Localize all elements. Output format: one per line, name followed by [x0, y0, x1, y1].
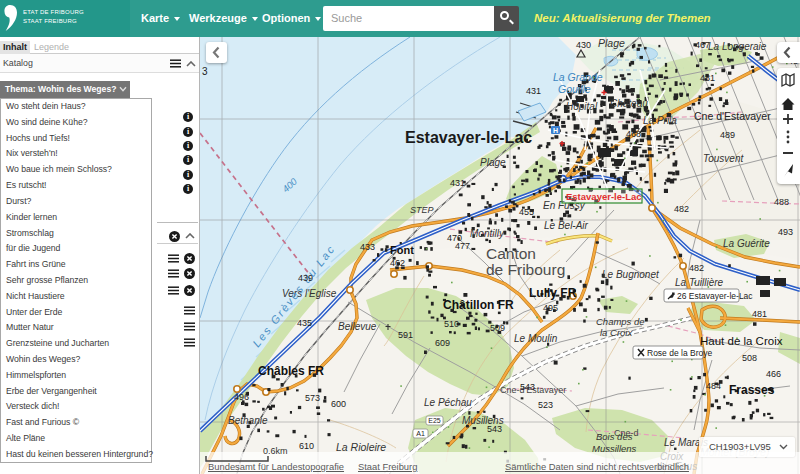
- svg-text:435: 435: [297, 318, 312, 328]
- svg-text:de Fribourg: de Fribourg: [486, 261, 565, 278]
- svg-text:3: 3: [202, 66, 208, 77]
- svg-text:Estavayer-le-Lac: Estavayer-le-Lac: [405, 129, 532, 146]
- svg-text:Cne d'Estavayer: Cne d'Estavayer: [694, 110, 771, 122]
- svg-text:543: 543: [520, 382, 535, 392]
- svg-text:433: 433: [360, 242, 375, 252]
- svg-text:La Prila: La Prila: [643, 115, 677, 126]
- svg-text:573: 573: [305, 393, 320, 403]
- svg-text:Plage: Plage: [480, 157, 506, 168]
- svg-text:la Croix: la Croix: [600, 327, 633, 338]
- svg-text:Château: Château: [610, 98, 648, 109]
- svg-text:439: 439: [298, 273, 313, 283]
- svg-text:609: 609: [435, 338, 450, 348]
- svg-text:La Guérite: La Guérite: [723, 238, 770, 249]
- svg-text:481: 481: [752, 309, 767, 319]
- svg-text:610: 610: [299, 441, 314, 451]
- svg-text:489: 489: [720, 130, 735, 140]
- svg-text:Hôpital: Hôpital: [566, 101, 598, 112]
- svg-text:466: 466: [766, 369, 781, 379]
- svg-text:Estavayer-le-Lac: Estavayer-le-Lac: [566, 191, 642, 202]
- svg-text:600: 600: [331, 399, 346, 409]
- svg-text:26 Estavayer-le-Lac: 26 Estavayer-le-Lac: [677, 291, 753, 301]
- svg-text:431: 431: [450, 178, 465, 188]
- svg-text:591: 591: [398, 330, 413, 340]
- svg-text:Frasses: Frasses: [729, 383, 775, 397]
- svg-text:431: 431: [526, 86, 541, 96]
- svg-text:Champs de: Champs de: [596, 316, 645, 327]
- svg-text:Châbles FR: Châbles FR: [258, 364, 324, 378]
- svg-text:Gouille: Gouille: [558, 83, 591, 95]
- svg-text:508: 508: [742, 353, 757, 363]
- svg-text:Bellevue: Bellevue: [338, 321, 377, 332]
- svg-text:Bethanie: Bethanie: [228, 415, 268, 426]
- svg-text:482: 482: [689, 263, 704, 273]
- svg-text:496: 496: [234, 392, 249, 402]
- svg-text:523: 523: [538, 400, 553, 410]
- svg-text:La Grande: La Grande: [553, 71, 603, 83]
- svg-text:Le Bugnonet: Le Bugnonet: [602, 269, 660, 280]
- svg-text:Haut de la Croix: Haut de la Croix: [700, 335, 783, 347]
- svg-text:Montilly: Montilly: [470, 228, 505, 239]
- svg-text:E25: E25: [428, 417, 441, 424]
- svg-text:470: 470: [447, 233, 462, 243]
- svg-text:Le Bel-Air: Le Bel-Air: [544, 220, 589, 231]
- svg-text:STEP: STEP: [410, 205, 434, 215]
- svg-text:482: 482: [674, 204, 689, 214]
- svg-text:Châtillon FR: Châtillon FR: [443, 298, 514, 312]
- svg-text:430: 430: [576, 40, 591, 50]
- svg-text:484: 484: [706, 381, 721, 391]
- svg-text:A1: A1: [416, 430, 425, 437]
- svg-text:Font: Font: [390, 244, 414, 256]
- svg-text:Le Moulin: Le Moulin: [514, 333, 558, 344]
- svg-text:488: 488: [774, 197, 789, 207]
- svg-text:Lully FR: Lully FR: [529, 286, 577, 300]
- svg-text:493: 493: [778, 227, 793, 237]
- svg-text:La Longeraie: La Longeraie: [708, 41, 767, 52]
- svg-text:467: 467: [695, 40, 710, 50]
- svg-text:La Tuillière: La Tuillière: [675, 277, 724, 288]
- svg-text:543: 543: [487, 424, 502, 434]
- svg-text:462: 462: [390, 258, 405, 268]
- svg-text:495: 495: [543, 303, 558, 313]
- svg-text:H: H: [553, 127, 558, 134]
- svg-text:Plage: Plage: [598, 37, 625, 49]
- svg-text:468: 468: [626, 129, 641, 139]
- svg-text:481: 481: [700, 73, 715, 83]
- svg-text:Le Péchau: Le Péchau: [424, 397, 472, 408]
- svg-text:Canton: Canton: [486, 245, 536, 262]
- svg-text:510: 510: [444, 319, 459, 329]
- svg-text:509: 509: [490, 323, 505, 333]
- svg-text:Rose de la Broye: Rose de la Broye: [647, 348, 712, 358]
- svg-text:La Rioleire: La Rioleire: [336, 441, 386, 453]
- svg-text:455: 455: [519, 207, 534, 217]
- svg-text:Bois des: Bois des: [596, 431, 633, 442]
- svg-text:Tousvent: Tousvent: [703, 153, 744, 164]
